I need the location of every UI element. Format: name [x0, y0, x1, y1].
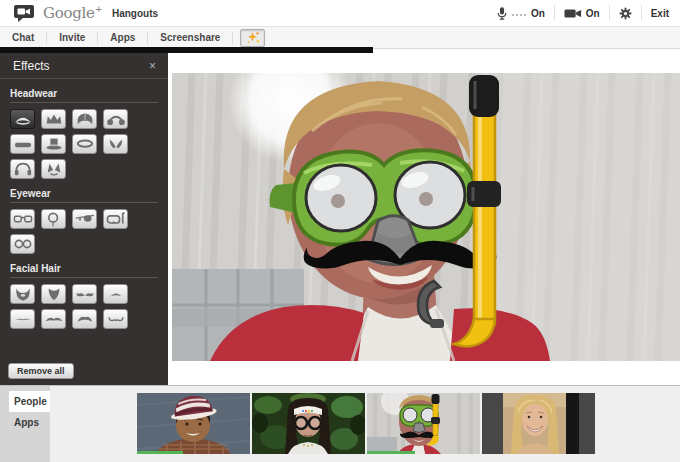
effects-panel: Effects × HeadwearEyewearFacial Hair Rem…: [0, 53, 168, 385]
settings-button[interactable]: [609, 5, 641, 21]
monocle-icon: [43, 210, 65, 228]
small-mustache-icon: [105, 285, 127, 303]
tiara-crown-icon: [43, 110, 65, 128]
top-hat-icon: [43, 135, 65, 153]
effects-sections: HeadwearEyewearFacial Hair: [0, 88, 168, 329]
headphones-icon: [12, 160, 34, 178]
wide-mustache-icon: [43, 310, 65, 328]
full-beard-icon: [12, 285, 34, 303]
visor-cap-icon: [12, 110, 34, 128]
visor-cap-effect-button[interactable]: [10, 109, 35, 129]
eye-patch-effect-button[interactable]: [72, 209, 97, 229]
goatee-beard-effect-button[interactable]: [41, 284, 66, 304]
horns-icon: [105, 135, 127, 153]
mic-state-label: On: [531, 8, 545, 19]
exit-button[interactable]: Exit: [641, 5, 678, 21]
party-ears-effect-button[interactable]: [41, 159, 66, 179]
tab-screenshare[interactable]: Screenshare: [148, 32, 233, 44]
close-icon[interactable]: ×: [149, 60, 156, 72]
google-logo-text: Google: [43, 4, 95, 22]
hangouts-bubble-icon: [13, 4, 35, 22]
full-beard-effect-button[interactable]: [10, 284, 35, 304]
app-toolbar: Chat Invite Apps Screenshare: [0, 27, 680, 49]
video-camera-icon: [564, 8, 582, 19]
effects-section-label: Headwear: [10, 88, 158, 99]
pencil-mustache-effect-button[interactable]: [10, 309, 35, 329]
earmuffs-effect-button[interactable]: [103, 109, 128, 129]
effects-section-label: Facial Hair: [10, 263, 158, 274]
round-goggles-icon: [12, 235, 34, 253]
participant-video-2[interactable]: [252, 393, 365, 454]
curled-mustache-icon: [105, 310, 127, 328]
handlebar-mustache-effect-button[interactable]: [72, 284, 97, 304]
gear-icon: [619, 7, 632, 20]
speaking-indicator: [367, 451, 415, 454]
halo-effect-button[interactable]: [72, 134, 97, 154]
tab-people[interactable]: People: [9, 391, 50, 412]
pencil-mustache-icon: [12, 310, 34, 328]
remove-all-button[interactable]: Remove all: [8, 363, 74, 379]
earmuffs-icon: [105, 110, 127, 128]
wide-mustache-effect-button[interactable]: [41, 309, 66, 329]
section-underline: [10, 277, 158, 278]
tiara-crown-effect-button[interactable]: [41, 109, 66, 129]
scuba-mask-icon: [105, 210, 127, 228]
camera-toggle[interactable]: On: [554, 5, 609, 21]
monocle-effect-button[interactable]: [41, 209, 66, 229]
handlebar-mustache-icon: [74, 285, 96, 303]
header-controls: On On: [487, 0, 678, 26]
headband-effect-button[interactable]: [10, 134, 35, 154]
main-video: [172, 73, 680, 361]
speaking-indicator: [137, 451, 183, 454]
scuba-mask-effect-button[interactable]: [103, 209, 128, 229]
bushy-mustache-icon: [74, 310, 96, 328]
tab-apps[interactable]: Apps: [98, 32, 148, 44]
effects-section-label: Eyewear: [10, 188, 158, 199]
camera-state-label: On: [586, 8, 600, 19]
headphones-effect-button[interactable]: [10, 159, 35, 179]
wig-effect-button[interactable]: [72, 109, 97, 129]
microphone-icon: [496, 6, 508, 21]
product-name: Hangouts: [112, 8, 158, 19]
effects-toggle-button[interactable]: [240, 29, 265, 47]
eyeglasses-effect-button[interactable]: [10, 209, 35, 229]
eyeglasses-icon: [12, 210, 34, 228]
mic-toggle[interactable]: On: [487, 5, 554, 21]
effects-grid: [10, 284, 158, 329]
round-goggles-effect-button[interactable]: [10, 234, 35, 254]
effects-grid: [10, 109, 158, 179]
participant-video-4[interactable]: [482, 393, 595, 454]
horns-effect-button[interactable]: [103, 134, 128, 154]
exit-label: Exit: [651, 8, 669, 19]
headband-icon: [12, 135, 34, 153]
participants-filmstrip: [137, 393, 595, 454]
mic-level-indicator: [512, 14, 526, 16]
section-underline: [10, 102, 158, 103]
effects-panel-title: Effects: [13, 59, 49, 73]
logo: Google+ Hangouts: [13, 4, 158, 22]
top-header: Google+ Hangouts On On: [0, 0, 680, 27]
curled-mustache-effect-button[interactable]: [103, 309, 128, 329]
bushy-mustache-effect-button[interactable]: [72, 309, 97, 329]
sidebar-tabs: People Apps: [0, 386, 50, 462]
divider: [0, 78, 168, 79]
wig-icon: [74, 110, 96, 128]
tab-invite[interactable]: Invite: [47, 32, 98, 44]
participant-video-1[interactable]: [137, 393, 250, 454]
top-hat-effect-button[interactable]: [41, 134, 66, 154]
tab-chat[interactable]: Chat: [0, 32, 47, 44]
tab-apps-bottom[interactable]: Apps: [0, 412, 50, 433]
sparkle-icon: [246, 31, 260, 44]
effects-grid: [10, 209, 158, 254]
small-mustache-effect-button[interactable]: [103, 284, 128, 304]
google-plus-sign: +: [96, 3, 102, 15]
effects-panel-header: Effects ×: [0, 53, 168, 78]
bottom-bar: People Apps: [0, 385, 680, 462]
participant-video-3[interactable]: [367, 393, 480, 454]
section-underline: [10, 202, 158, 203]
party-ears-icon: [43, 160, 65, 178]
hangouts-window: Google+ Hangouts On On: [0, 0, 680, 462]
eye-patch-icon: [74, 210, 96, 228]
halo-icon: [74, 135, 96, 153]
goatee-beard-icon: [43, 285, 65, 303]
